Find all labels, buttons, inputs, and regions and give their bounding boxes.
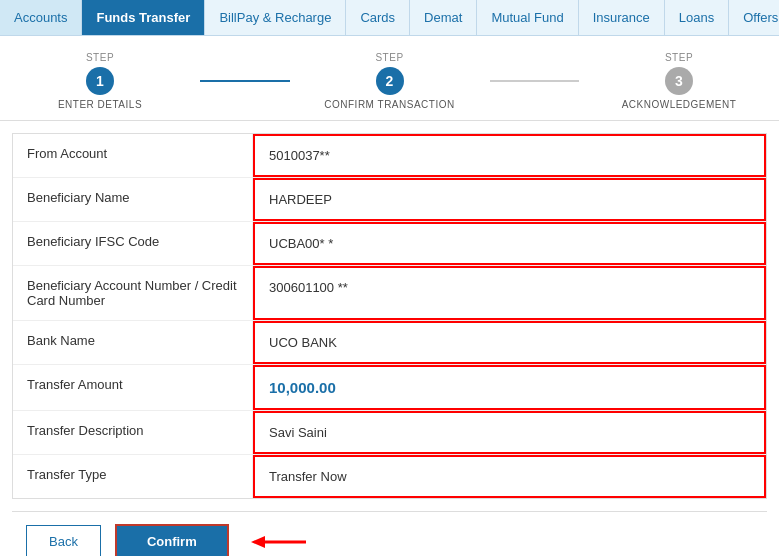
row-account-number: Beneficiary Account Number / Credit Card… <box>13 266 766 321</box>
nav-funds-transfer[interactable]: Funds Transfer <box>82 0 205 35</box>
transaction-form: From Account 5010037** Beneficiary Name … <box>12 133 767 499</box>
row-beneficiary-name: Beneficiary Name HARDEEP <box>13 178 766 222</box>
row-transfer-description: Transfer Description Savi Saini <box>13 411 766 455</box>
nav-bar: Accounts Funds Transfer BillPay & Rechar… <box>0 0 779 36</box>
nav-insurance[interactable]: Insurance <box>579 0 665 35</box>
nav-cards[interactable]: Cards <box>346 0 410 35</box>
step-3: STEP 3 ACKNOWLEDGEMENT <box>579 52 779 110</box>
step-3-circle: 3 <box>665 67 693 95</box>
nav-accounts[interactable]: Accounts <box>0 0 82 35</box>
row-bank-name: Bank Name UCO BANK <box>13 321 766 365</box>
step-2-circle: 2 <box>376 67 404 95</box>
nav-demat[interactable]: Demat <box>410 0 477 35</box>
row-from-account: From Account 5010037** <box>13 134 766 178</box>
nav-offers[interactable]: Offers <box>729 0 779 35</box>
step-2: STEP 2 CONFIRM TRANSACTION <box>290 52 490 110</box>
step-connector-2 <box>490 80 580 82</box>
row-ifsc-code: Beneficiary IFSC Code UCBA00* * <box>13 222 766 266</box>
stepper: STEP 1 ENTER DETAILS STEP 2 CONFIRM TRAN… <box>0 36 779 121</box>
step-1-circle: 1 <box>86 67 114 95</box>
back-button[interactable]: Back <box>26 525 101 556</box>
nav-loans[interactable]: Loans <box>665 0 729 35</box>
step-connector-1 <box>200 80 290 82</box>
nav-mutual-fund[interactable]: Mutual Fund <box>477 0 578 35</box>
confirm-button[interactable]: Confirm <box>115 524 229 556</box>
svg-marker-1 <box>251 536 265 548</box>
nav-billpay[interactable]: BillPay & Recharge <box>205 0 346 35</box>
footer: Back Confirm <box>12 511 767 556</box>
row-transfer-type: Transfer Type Transfer Now <box>13 455 766 498</box>
step-1: STEP 1 ENTER DETAILS <box>0 52 200 110</box>
row-transfer-amount: Transfer Amount 10,000.00 <box>13 365 766 411</box>
arrow-indicator <box>251 532 321 552</box>
